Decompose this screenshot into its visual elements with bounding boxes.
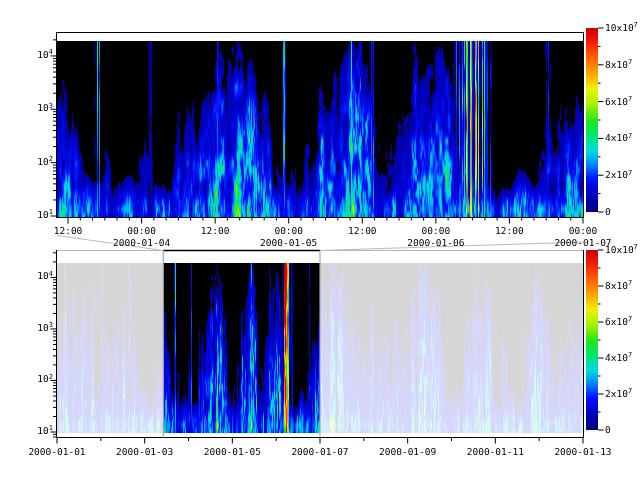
top-y-tick-label: 104 <box>37 50 53 60</box>
top-colorbar-tick-label: 2x107 <box>605 170 632 180</box>
top-colorbar-tick-label: 10x107 <box>605 23 638 33</box>
top-x-date-label: 2000-01-06 <box>407 238 464 248</box>
context-panel-heatmap <box>57 250 583 437</box>
bottom-x-date-label: 2000-01-01 <box>28 447 85 457</box>
zoom-panel-heatmap <box>57 33 583 218</box>
top-colorbar-tick-label: 4x107 <box>605 133 632 143</box>
top-x-time-label: 00:00 <box>274 226 303 236</box>
bottom-colorbar-tick-label: 2x107 <box>605 389 632 399</box>
bottom-colorbar <box>586 250 598 430</box>
bottom-colorbar-tick-label: 0 <box>605 425 611 435</box>
bottom-y-tick-label: 101 <box>37 426 53 436</box>
bottom-x-date-label: 2000-01-09 <box>379 447 436 457</box>
top-colorbar-tick-label: 8x107 <box>605 60 632 70</box>
top-x-time-label: 12:00 <box>54 226 83 236</box>
bottom-x-date-label: 2000-01-13 <box>554 447 611 457</box>
top-x-date-label: 2000-01-07 <box>554 238 611 248</box>
bottom-y-tick-label: 104 <box>37 271 53 281</box>
bottom-colorbar-tick-label: 8x107 <box>605 281 632 291</box>
bottom-x-date-label: 2000-01-03 <box>116 447 173 457</box>
bottom-x-date-label: 2000-01-07 <box>291 447 348 457</box>
bottom-colorbar-tick-label: 10x107 <box>605 245 638 255</box>
top-x-date-label: 2000-01-05 <box>260 238 317 248</box>
bottom-colorbar-tick-label: 4x107 <box>605 353 632 363</box>
top-x-time-label: 00:00 <box>569 226 598 236</box>
top-x-time-label: 00:00 <box>127 226 156 236</box>
top-y-tick-label: 103 <box>37 103 53 113</box>
top-y-tick-label: 101 <box>37 210 53 220</box>
bottom-colorbar-tick-label: 6x107 <box>605 317 632 327</box>
bottom-x-date-label: 2000-01-11 <box>467 447 524 457</box>
top-x-date-label: 2000-01-04 <box>113 238 170 248</box>
spectrogram-figure: 10410310210110410310210112:0000:0012:000… <box>0 0 640 480</box>
top-colorbar-tick-label: 0 <box>605 207 611 217</box>
top-x-time-label: 12:00 <box>495 226 524 236</box>
bottom-y-tick-label: 103 <box>37 323 53 333</box>
top-x-time-label: 12:00 <box>201 226 230 236</box>
top-colorbar-tick-label: 6x107 <box>605 97 632 107</box>
bottom-x-date-label: 2000-01-05 <box>204 447 261 457</box>
top-y-tick-label: 102 <box>37 157 53 167</box>
top-x-time-label: 12:00 <box>348 226 377 236</box>
bottom-y-tick-label: 102 <box>37 374 53 384</box>
top-colorbar <box>586 28 598 212</box>
top-x-time-label: 00:00 <box>422 226 451 236</box>
